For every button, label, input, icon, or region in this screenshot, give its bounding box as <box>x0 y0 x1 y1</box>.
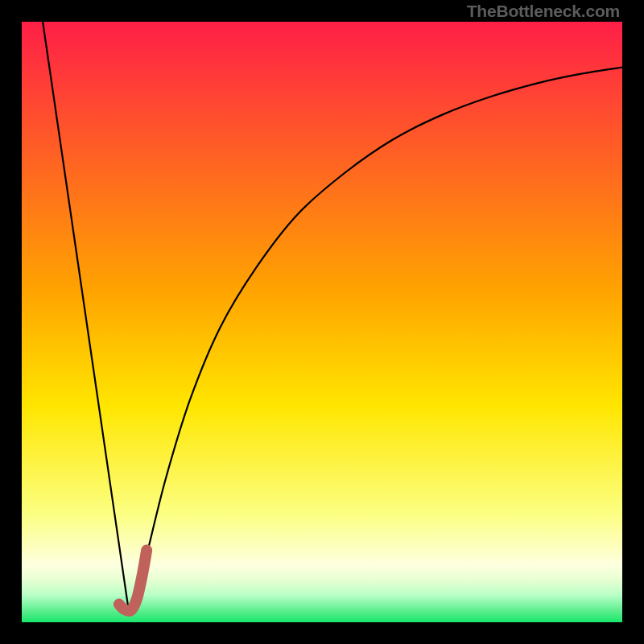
chart-frame: TheBottleneck.com <box>0 0 644 644</box>
chart-svg <box>22 22 622 622</box>
watermark-text: TheBottleneck.com <box>467 2 620 21</box>
gradient-bg <box>22 22 622 622</box>
plot-area <box>22 22 622 622</box>
